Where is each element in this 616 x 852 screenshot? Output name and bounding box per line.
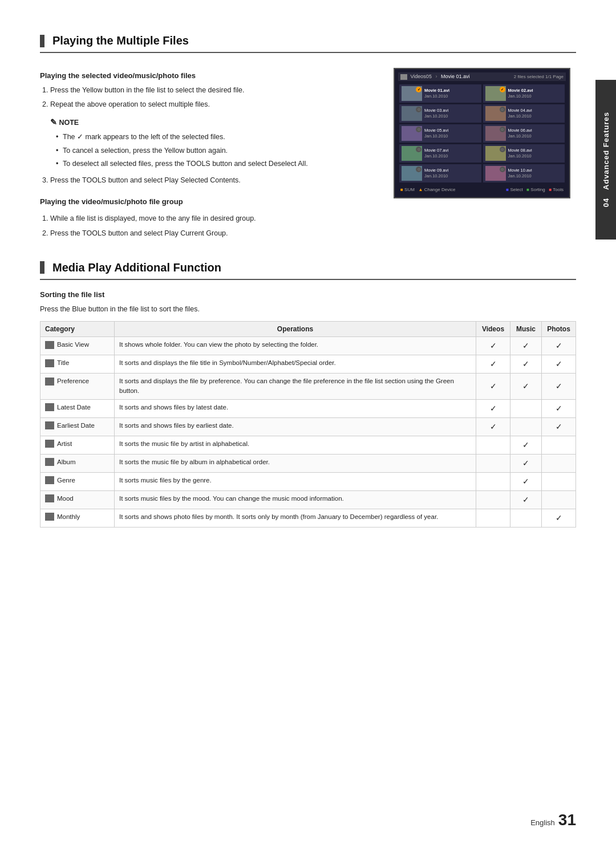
screen-mockup: Videos05 › Movie 01.avi 2 files selected… (394, 68, 570, 198)
table-row: MonthlyIt sorts and shows photo files by… (40, 509, 576, 527)
subsection1-title: Playing the selected video/music/photo f… (40, 71, 376, 80)
cat-icon-monthly (45, 513, 54, 521)
screen-item-9: ⊙ Movie 09.avi Jan.10.2010 (399, 164, 481, 182)
screen-item-2: ✓ Movie 02.avi Jan.10.2010 (483, 84, 565, 103)
section1-title-text: Playing the Multiple Files (52, 34, 189, 47)
screen-thumb-7: ⊙ (402, 146, 422, 161)
section2-subsection-title: Sorting the file list (40, 290, 576, 299)
subsection2-title: Playing the video/music/photo file group (40, 196, 376, 208)
category-cell-2: Preference (40, 374, 115, 400)
thumb-overlay-2: ✓ (500, 87, 505, 92)
table-row: Basic ViewIt shows whole folder. You can… (40, 337, 576, 355)
thumb-overlay-4: ⊙ (500, 107, 505, 112)
screen-header-file: Movie 01.avi (441, 74, 470, 79)
step3-list: Press the TOOLS button and select Play S… (40, 175, 376, 186)
screen-item-7: ⊙ Movie 07.avi Jan.10.2010 (399, 144, 481, 163)
screen-item-4: ⊙ Movie 04.avi Jan.10.2010 (483, 104, 565, 123)
footer-page-number: 31 (558, 811, 576, 829)
group-step-1: While a file list is displayed, move to … (50, 213, 376, 225)
category-cell-7: Genre (40, 472, 115, 490)
screen-grid: ✓ Movie 01.avi Jan.10.2010 ✓ (398, 83, 566, 184)
category-cell-1: Title (40, 355, 115, 374)
photos-cell-6 (542, 454, 576, 472)
note-item-2: To cancel a selection, press the Yellow … (56, 145, 376, 157)
col-photos: Photos (542, 322, 576, 337)
table-row: MoodIt sorts music files by the mood. Yo… (40, 490, 576, 509)
chapter-side-tab: 04 Advanced Features (595, 80, 616, 240)
videos-cell-0: ✓ (476, 337, 510, 355)
step-1: Press the Yellow button in the file list… (50, 84, 376, 96)
table-row: Latest DateIt sorts and shows files by l… (40, 399, 576, 417)
videos-cell-2: ✓ (476, 374, 510, 400)
category-label-3: Latest Date (57, 403, 91, 412)
videos-cell-6 (476, 454, 510, 472)
operations-cell-0: It shows whole folder. You can view the … (115, 337, 476, 355)
operations-cell-1: It sorts and displays the file title in … (115, 355, 476, 374)
screen-item-text-6: Movie 06.avi Jan.10.2010 (508, 128, 532, 139)
screen-item-text-4: Movie 04.avi Jan.10.2010 (508, 108, 532, 119)
table-header: Category Operations Videos Music Photos (40, 322, 576, 337)
screen-header: Videos05 › Movie 01.avi 2 files selected… (398, 72, 566, 81)
thumb-overlay-9: ⊙ (416, 167, 422, 172)
operations-cell-6: It sorts the music file by album in alph… (115, 454, 476, 472)
note-item-1: The ✓ mark appears to the left of the se… (56, 131, 376, 143)
operations-cell-9: It sorts and shows photo files by month.… (115, 509, 476, 527)
section2-title-bar (40, 261, 44, 274)
chapter-number: 04 (602, 198, 610, 207)
category-label-6: Album (57, 457, 76, 467)
thumb-overlay-10: ⊙ (500, 167, 505, 172)
chapter-label: 04 Advanced Features (602, 112, 610, 207)
screen-footer-left: ■ SUM ▲ Change Device (400, 187, 455, 192)
operations-cell-3: It sorts and shows files by latest date. (115, 399, 476, 417)
section1-title: Playing the Multiple Files (40, 34, 576, 53)
section1: Playing the Multiple Files Playing the s… (40, 34, 576, 243)
photos-cell-5 (542, 436, 576, 454)
cat-icon-artist (45, 440, 54, 448)
screen-item-text-2: Movie 02.avi Jan.10.2010 (508, 88, 533, 99)
page-container: 04 Advanced Features Playing the Multipl… (0, 0, 616, 852)
screen-item-6: ⊙ Movie 06.avi Jan.10.2010 (483, 124, 565, 143)
section2-title-text: Media Play Additional Function (52, 261, 221, 274)
thumb-overlay-3: ⊙ (416, 107, 422, 112)
videos-cell-5 (476, 436, 510, 454)
chapter-title: Advanced Features (602, 112, 610, 190)
screen-item-text-3: Movie 03.avi Jan.10.2010 (424, 108, 448, 119)
col-category: Category (40, 322, 115, 337)
col-operations: Operations (115, 322, 476, 337)
screen-footer-right: ■ Select ■ Sorting ■ Tools (506, 187, 564, 192)
category-label-7: Genre (57, 476, 75, 485)
step-2: Repeat the above operation to select mul… (50, 99, 376, 111)
sort-table: Category Operations Videos Music Photos … (40, 321, 576, 528)
videos-cell-3: ✓ (476, 399, 510, 417)
thumb-overlay-1: ✓ (416, 87, 422, 92)
cat-icon-latest-date (45, 403, 54, 411)
operations-cell-4: It sorts and shows files by earliest dat… (115, 417, 476, 436)
music-cell-4 (510, 417, 542, 436)
group-steps-list: While a file list is displayed, move to … (40, 213, 376, 240)
note-item-3: To deselect all selected files, press th… (56, 158, 376, 170)
category-cell-4: Earliest Date (40, 417, 115, 436)
photos-cell-9: ✓ (542, 509, 576, 527)
group-step-2: Press the TOOLS button and select Play C… (50, 228, 376, 240)
screen-thumb-8: ⊙ (485, 146, 506, 161)
thumb-overlay-8: ⊙ (500, 147, 505, 152)
videos-cell-9 (476, 509, 510, 527)
note-label: ✎ NOTE (50, 116, 376, 129)
steps-list: Press the Yellow button in the file list… (40, 84, 376, 111)
screen-footer: ■ SUM ▲ Change Device ■ Select ■ Sorting… (398, 185, 566, 194)
thumb-overlay-7: ⊙ (416, 147, 422, 152)
music-cell-8: ✓ (510, 490, 542, 509)
category-cell-6: Album (40, 454, 115, 472)
col-videos: Videos (476, 322, 510, 337)
screen-item-3: ⊙ Movie 03.avi Jan.10.2010 (399, 104, 481, 123)
music-cell-9 (510, 509, 542, 527)
photos-cell-3: ✓ (542, 399, 576, 417)
thumb-overlay-5: ⊙ (416, 127, 422, 132)
photos-cell-8 (542, 490, 576, 509)
category-label-8: Mood (57, 494, 74, 504)
music-cell-1: ✓ (510, 355, 542, 374)
screen-thumb-4: ⊙ (485, 106, 506, 121)
screen-thumb-9: ⊙ (402, 166, 422, 181)
operations-cell-5: It sorts the music file by artist in alp… (115, 436, 476, 454)
screen-item-1: ✓ Movie 01.avi Jan.10.2010 (399, 84, 481, 103)
